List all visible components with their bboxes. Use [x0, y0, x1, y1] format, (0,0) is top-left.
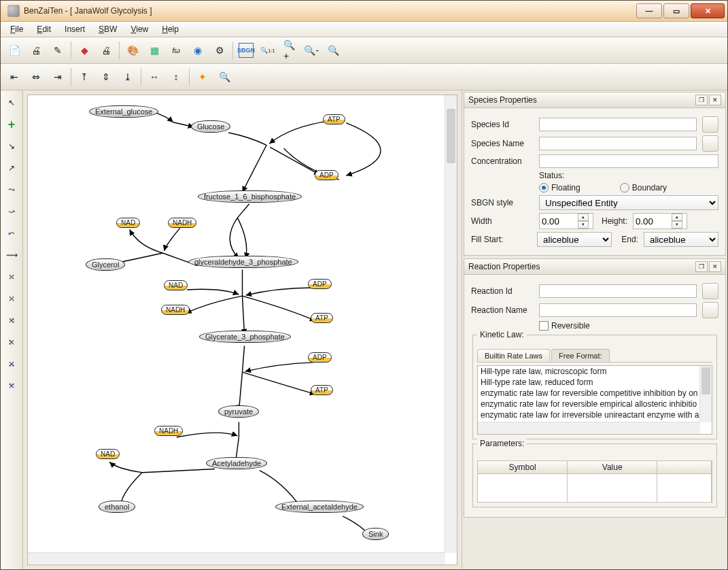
node-nad3[interactable]: NAD	[96, 449, 120, 459]
list-scrollbar-horizontal[interactable]	[478, 422, 700, 434]
node-atp1[interactable]: ATP	[323, 114, 345, 124]
reaction-tool-9[interactable]: ⤨	[2, 311, 21, 330]
console-button[interactable]: ▦	[144, 40, 164, 61]
rate-law-item[interactable]: Hill-type rate law, microscopic form	[478, 366, 712, 377]
align-bottom-button[interactable]: ⤓	[118, 67, 138, 87]
reaction-tool-7[interactable]: ⤬	[2, 267, 21, 286]
canvas-scrollbar-vertical[interactable]	[445, 95, 457, 553]
node-ext_glucose[interactable]: External_glucose	[89, 105, 158, 118]
node-nad1[interactable]: NAD	[116, 218, 140, 228]
reversible-checkbox[interactable]: Reversible	[539, 321, 590, 331]
rate-laws-list[interactable]: Hill-type rate law, microscopic formHill…	[477, 365, 712, 435]
spin-down-icon[interactable]: ▾	[578, 221, 589, 229]
panel-undock-button[interactable]: ❐	[695, 95, 708, 105]
new-button[interactable]: 📄	[4, 40, 24, 61]
node-g3p[interactable]: glyceraldehyde_3_phosphate	[188, 256, 298, 268]
spin-up-icon[interactable]: ▴	[578, 214, 589, 221]
rate-law-item[interactable]: enzymatic rate law for irreversible unir…	[478, 409, 712, 420]
species-id-attach-button[interactable]	[702, 116, 718, 133]
export-pdf-button[interactable]: ◆	[74, 40, 94, 61]
print2-button[interactable]: 🖨	[96, 40, 116, 61]
menu-sbw[interactable]: SBW	[93, 23, 122, 35]
minimize-button[interactable]: —	[636, 3, 662, 18]
zoom-11-button[interactable]: 🔍1:1	[258, 40, 278, 61]
node-acet[interactable]: Acetyladehyde	[206, 457, 267, 469]
node-nadh3[interactable]: NADH	[154, 426, 183, 436]
node-atp2[interactable]: ATP	[311, 313, 333, 323]
species-name-input[interactable]	[539, 137, 697, 150]
list-scrollbar-vertical[interactable]	[699, 366, 712, 422]
node-adp1[interactable]: ADP	[315, 170, 339, 180]
fill-start-select[interactable]: aliceblue	[537, 232, 612, 247]
reaction-name-extra-button[interactable]	[702, 302, 718, 318]
floating-radio[interactable]: Floating	[539, 183, 580, 192]
reaction-tool-8[interactable]: ⤫	[2, 289, 21, 308]
node-nadh1[interactable]: NADH	[168, 218, 196, 228]
node-gly3p[interactable]: Glycerate_3_phosphate	[199, 331, 291, 343]
auto-layout-button[interactable]: ✦	[192, 67, 213, 87]
menu-view[interactable]: View	[125, 23, 154, 35]
node-adp2[interactable]: ADP	[308, 279, 332, 289]
reaction-tool-1[interactable]: ↘	[2, 137, 21, 156]
node-nadh2[interactable]: NADH	[161, 305, 190, 315]
distribute-h-button[interactable]: ↔	[144, 67, 164, 87]
align-top-button[interactable]: ⤒	[74, 67, 94, 87]
panel-undock-button[interactable]: ❐	[695, 261, 708, 272]
height-input[interactable]: ▴▾	[633, 213, 687, 229]
edit-colors-button[interactable]: ✎	[48, 40, 68, 61]
reaction-name-input[interactable]	[539, 303, 697, 317]
add-tool[interactable]: +	[2, 115, 21, 134]
node-ext_acet[interactable]: External_acetaldehyde	[275, 501, 364, 513]
width-input[interactable]: ▴▾	[539, 213, 593, 229]
distribute-v-button[interactable]: ↕	[166, 67, 186, 87]
reaction-tool-3[interactable]: ⤳	[2, 180, 21, 199]
menu-help[interactable]: Help	[156, 23, 184, 35]
node-ethanol[interactable]: ethanol	[99, 501, 135, 513]
scrollbar-thumb[interactable]	[447, 109, 455, 163]
align-left-button[interactable]: ⇤	[4, 67, 24, 87]
node-glycerol[interactable]: Glycerol	[86, 258, 125, 271]
sbgn-style-select[interactable]: Unspecified Entity	[539, 195, 718, 210]
menu-edit[interactable]: Edit	[31, 23, 56, 35]
reaction-tool-5[interactable]: ⤺	[2, 224, 21, 243]
species-id-input[interactable]	[539, 118, 697, 131]
panel-close-button[interactable]: ✕	[709, 261, 721, 272]
panel-header[interactable]: Species Properties ❐ ✕	[464, 93, 725, 108]
diagram-canvas[interactable]: External_glucoseGlucoseATPADPfructose_1_…	[27, 95, 457, 565]
titlebar[interactable]: BenZaiTen - [ JanaWolf Glycolysis ] — ▭ …	[1, 1, 727, 22]
reaction-tool-4[interactable]: ⤻	[2, 202, 21, 221]
align-right-button[interactable]: ⇥	[48, 67, 68, 87]
palette-button[interactable]: 🎨	[122, 40, 143, 61]
gear-button[interactable]: ⚙	[209, 40, 230, 61]
node-adp3[interactable]: ADP	[308, 352, 332, 363]
panel-close-button[interactable]: ✕	[709, 95, 721, 105]
canvas-scrollbar-horizontal[interactable]	[28, 552, 445, 565]
node-f16bp[interactable]: fructose_1_6_bisphosphate	[198, 190, 302, 203]
rate-law-item[interactable]: enzymatic rate law for reversible compet…	[478, 388, 712, 399]
select-tool[interactable]: ↖	[2, 93, 21, 112]
reaction-id-input[interactable]	[539, 284, 697, 298]
reaction-tool-12[interactable]: ⤧	[2, 376, 21, 395]
fx-button[interactable]: fω	[166, 40, 186, 61]
reaction-tool-6[interactable]: ⟿	[2, 246, 21, 265]
zoom-in-button[interactable]: 🔍+	[279, 40, 300, 61]
zoom-out-button[interactable]: 🔍-	[301, 40, 322, 61]
align-center-button[interactable]: ⇔	[26, 67, 46, 87]
boundary-radio[interactable]: Boundary	[620, 183, 667, 192]
menubar[interactable]: File Edit Insert SBW View Help	[1, 22, 727, 37]
panel-header[interactable]: Reaction Properties ❐ ✕	[464, 259, 725, 275]
reaction-id-attach-button[interactable]	[702, 283, 718, 299]
node-pyruvate[interactable]: pyruvate	[218, 405, 259, 418]
close-button[interactable]: ✕	[691, 3, 725, 18]
scrollbar-thumb[interactable]	[701, 367, 710, 395]
fill-end-select[interactable]: aliceblue	[644, 232, 718, 247]
tab-free-format[interactable]: Free Format:	[551, 349, 610, 362]
reaction-tool-2[interactable]: ↗	[2, 158, 21, 178]
node-glucose[interactable]: Glucose	[191, 120, 230, 133]
node-atp3[interactable]: ATP	[311, 385, 333, 395]
zoom-fit-button[interactable]: 🔍	[323, 40, 343, 61]
node-sink[interactable]: Sink	[362, 528, 389, 540]
menu-insert[interactable]: Insert	[59, 23, 90, 35]
concentration-input[interactable]	[539, 154, 718, 168]
reaction-tool-11[interactable]: ⤩	[2, 354, 21, 373]
